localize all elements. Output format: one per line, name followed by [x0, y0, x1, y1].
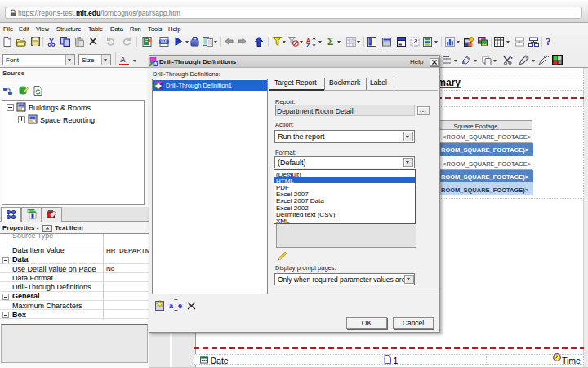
svg-text:XML: XML: [160, 40, 168, 44]
svg-text:Z: Z: [306, 43, 310, 47]
